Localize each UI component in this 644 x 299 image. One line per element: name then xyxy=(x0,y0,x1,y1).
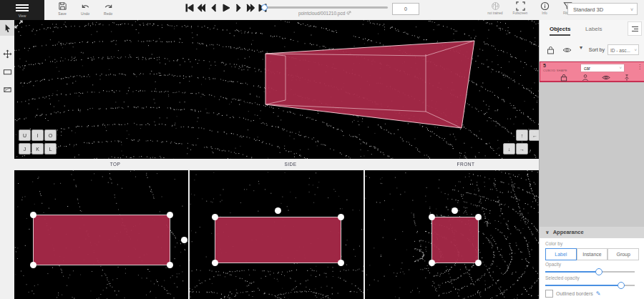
outlined-borders-checkbox[interactable] xyxy=(545,290,553,298)
view-mode-select[interactable]: Standard 3D˅ xyxy=(567,3,638,15)
resize-handle[interactable] xyxy=(475,260,482,266)
pin-object-icon[interactable] xyxy=(623,74,630,82)
move-tool-button[interactable] xyxy=(0,46,14,62)
resize-handle[interactable] xyxy=(30,212,36,218)
expand-all-caret-icon[interactable]: ▾ xyxy=(580,44,582,51)
rotate-handle[interactable] xyxy=(181,237,187,243)
info-button[interactable]: Info xyxy=(532,1,557,19)
next-frame-button[interactable] xyxy=(233,3,243,12)
object-type-label: CUBOID SHAPE xyxy=(543,69,567,72)
tab-labels[interactable]: Labels xyxy=(585,26,602,34)
cuboid-annotation-3d[interactable] xyxy=(14,20,544,159)
resize-handle[interactable] xyxy=(475,214,482,220)
key-up-arrow: ↑ xyxy=(516,129,528,141)
resize-handle[interactable] xyxy=(167,262,173,268)
visibility-object-icon[interactable] xyxy=(602,74,610,82)
outlined-borders-row: Outlined borders ✎ xyxy=(545,290,600,298)
prev-frame-button[interactable] xyxy=(209,3,218,12)
object-id: 5 xyxy=(543,63,546,68)
projection-box-icon xyxy=(3,85,12,94)
visibility-all-icon[interactable] xyxy=(562,46,572,54)
selected-opacity-slider[interactable] xyxy=(545,285,635,286)
main-menu-button[interactable]: View xyxy=(0,0,44,20)
front-view-label: FRONT xyxy=(437,162,494,167)
opacity-slider-knob[interactable] xyxy=(595,268,602,275)
frame-number-input[interactable]: 0 xyxy=(392,3,419,15)
fullscreen-button[interactable]: Fullscreen xyxy=(508,1,532,19)
sort-order-select[interactable]: ID - asc...˅ xyxy=(608,44,639,55)
projection-tool-button[interactable] xyxy=(0,82,14,97)
key-k: K xyxy=(31,143,44,155)
top-view-panel[interactable] xyxy=(14,170,188,299)
info-icon xyxy=(540,1,550,11)
lock-all-icon[interactable] xyxy=(547,46,555,54)
selected-opacity-slider-knob[interactable] xyxy=(618,282,625,289)
rotate-handle[interactable] xyxy=(275,207,281,214)
cursor-icon xyxy=(3,24,12,33)
resize-handle[interactable] xyxy=(338,214,344,220)
rotate-handle[interactable] xyxy=(452,207,458,214)
chevron-down-icon: ˅ xyxy=(619,64,622,72)
key-o: O xyxy=(44,129,57,141)
color-by-instance-button[interactable]: Instance xyxy=(577,248,608,260)
cuboid-side-projection[interactable] xyxy=(215,217,341,263)
frame-slider[interactable] xyxy=(262,6,388,9)
resize-handle[interactable] xyxy=(338,260,344,266)
chevron-down-icon: ˅ xyxy=(630,4,633,16)
resize-handle[interactable] xyxy=(429,260,435,266)
cuboid-tool-button[interactable] xyxy=(0,64,14,79)
ai-model-button[interactable]: not trained xyxy=(483,1,507,19)
top-view-label: TOP xyxy=(87,162,144,167)
main-3d-viewport[interactable]: U I O J K L ↑ ← ↓ → xyxy=(14,20,544,159)
opacity-slider[interactable] xyxy=(545,271,635,273)
resize-handle[interactable] xyxy=(30,262,36,268)
object-class-select[interactable]: car˅ xyxy=(580,64,625,72)
resize-handle[interactable] xyxy=(429,214,435,220)
tab-objects[interactable]: Objects xyxy=(550,26,570,36)
move-icon xyxy=(3,49,12,59)
expand-view-icon[interactable] xyxy=(14,20,23,29)
key-j: J xyxy=(19,143,31,155)
cuboid-front-projection[interactable] xyxy=(431,217,479,263)
save-button[interactable]: Save xyxy=(53,1,72,19)
hamburger-icon xyxy=(16,3,29,13)
assignee-icon[interactable] xyxy=(582,74,589,82)
playback-controls xyxy=(185,3,267,12)
objects-panel-header: Objects Labels ▾ Sort by ID - asc...˅ xyxy=(540,20,644,62)
fast-rewind-button[interactable] xyxy=(197,3,206,12)
arrow-key-hints: ↑ ← ↓ → xyxy=(503,129,540,155)
undo-icon xyxy=(81,1,90,11)
color-by-group-button[interactable]: Group xyxy=(608,248,639,260)
play-button[interactable] xyxy=(221,3,230,12)
cuboid-top-projection[interactable] xyxy=(33,215,170,265)
key-l: L xyxy=(44,143,57,155)
collapse-chevron-icon: ∨ xyxy=(545,230,550,235)
redo-button[interactable]: Redo xyxy=(99,1,117,19)
panel-toggle-button[interactable] xyxy=(628,21,642,36)
appearance-header[interactable]: ∨Appearance xyxy=(540,227,644,238)
object-menu-icon[interactable]: ⋮ xyxy=(637,64,643,70)
side-view-label: SIDE xyxy=(262,162,319,167)
lock-object-icon[interactable] xyxy=(560,74,567,82)
object-list-item[interactable]: 5 CUBOID SHAPE car˅ ⋮ xyxy=(540,62,644,82)
brain-icon xyxy=(491,1,500,11)
chevron-down-icon: ˅ xyxy=(634,45,637,55)
select-tool-button[interactable] xyxy=(0,20,14,36)
front-view-panel[interactable] xyxy=(365,170,539,299)
appearance-section: ∨Appearance Color by Label Instance Grou… xyxy=(540,238,644,299)
side-view-panel[interactable] xyxy=(190,170,364,299)
left-tool-rail xyxy=(0,20,14,299)
color-by-label-button[interactable]: Label xyxy=(545,248,577,260)
resize-handle[interactable] xyxy=(212,214,218,220)
key-down-arrow: ↓ xyxy=(503,143,515,155)
undo-button[interactable]: Undo xyxy=(76,1,94,19)
hotkey-hints: U I O J K L xyxy=(19,129,55,155)
resize-handle[interactable] xyxy=(167,212,173,218)
skip-start-button[interactable] xyxy=(185,3,194,12)
frame-slider-knob[interactable] xyxy=(261,4,268,11)
color-by-segmented-control: Label Instance Group xyxy=(545,248,639,260)
fast-forward-button[interactable] xyxy=(245,3,255,12)
pencil-icon[interactable]: ✎ xyxy=(596,290,601,297)
resize-handle[interactable] xyxy=(212,260,218,266)
menu-label: View xyxy=(19,14,26,18)
